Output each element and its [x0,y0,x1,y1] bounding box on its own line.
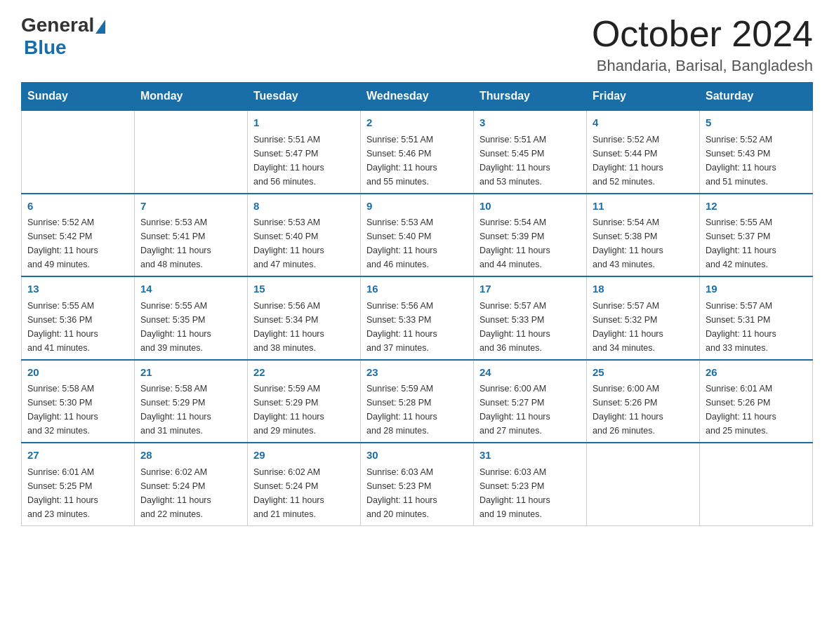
day-number: 19 [706,281,807,297]
title-section: October 2024 Bhandaria, Barisal, Banglad… [592,14,813,75]
calendar-cell: 21Sunrise: 5:58 AM Sunset: 5:29 PM Dayli… [135,360,248,443]
day-info: Sunrise: 5:55 AM Sunset: 5:36 PM Dayligh… [27,299,128,355]
day-number: 22 [253,365,355,381]
calendar-cell: 30Sunrise: 6:03 AM Sunset: 5:23 PM Dayli… [361,443,474,525]
day-number: 12 [706,199,807,215]
calendar-cell: 7Sunrise: 5:53 AM Sunset: 5:41 PM Daylig… [135,194,248,277]
calendar-cell: 17Sunrise: 5:57 AM Sunset: 5:33 PM Dayli… [474,276,587,360]
day-number: 23 [366,365,468,381]
page-header: General Blue October 2024 Bhandaria, Bar… [21,14,813,75]
week-row-5: 27Sunrise: 6:01 AM Sunset: 5:25 PM Dayli… [22,443,813,525]
day-info: Sunrise: 5:54 AM Sunset: 5:39 PM Dayligh… [479,215,581,271]
day-number: 26 [706,365,807,381]
month-title: October 2024 [592,14,813,54]
day-info: Sunrise: 5:56 AM Sunset: 5:34 PM Dayligh… [253,299,355,355]
calendar-cell [587,443,700,525]
calendar-cell: 27Sunrise: 6:01 AM Sunset: 5:25 PM Dayli… [22,443,135,525]
day-number: 4 [593,115,694,131]
day-info: Sunrise: 5:59 AM Sunset: 5:29 PM Dayligh… [253,382,355,438]
day-number: 16 [366,281,468,297]
day-info: Sunrise: 5:55 AM Sunset: 5:35 PM Dayligh… [140,299,241,355]
header-cell-friday: Friday [587,83,700,111]
calendar-cell: 10Sunrise: 5:54 AM Sunset: 5:39 PM Dayli… [474,194,587,277]
day-info: Sunrise: 5:53 AM Sunset: 5:40 PM Dayligh… [366,215,468,271]
day-info: Sunrise: 5:59 AM Sunset: 5:28 PM Dayligh… [366,382,468,438]
day-number: 25 [593,365,694,381]
day-info: Sunrise: 6:02 AM Sunset: 5:24 PM Dayligh… [253,465,355,521]
day-info: Sunrise: 5:51 AM Sunset: 5:45 PM Dayligh… [479,133,581,189]
logo: General Blue [21,14,107,59]
header-cell-monday: Monday [135,83,248,111]
calendar-cell: 1Sunrise: 5:51 AM Sunset: 5:47 PM Daylig… [248,110,361,194]
day-number: 1 [253,115,355,131]
calendar-cell: 23Sunrise: 5:59 AM Sunset: 5:28 PM Dayli… [361,360,474,443]
header-cell-sunday: Sunday [22,83,135,111]
day-info: Sunrise: 5:56 AM Sunset: 5:33 PM Dayligh… [366,299,468,355]
day-number: 20 [27,365,128,381]
day-info: Sunrise: 5:58 AM Sunset: 5:30 PM Dayligh… [27,382,128,438]
header-cell-saturday: Saturday [700,83,813,111]
day-number: 31 [479,448,581,464]
calendar-cell: 9Sunrise: 5:53 AM Sunset: 5:40 PM Daylig… [361,194,474,277]
week-row-1: 1Sunrise: 5:51 AM Sunset: 5:47 PM Daylig… [22,110,813,194]
day-info: Sunrise: 5:57 AM Sunset: 5:32 PM Dayligh… [593,299,694,355]
day-number: 3 [479,115,581,131]
day-number: 7 [140,199,241,215]
day-number: 17 [479,281,581,297]
day-info: Sunrise: 5:51 AM Sunset: 5:46 PM Dayligh… [366,133,468,189]
calendar-cell: 18Sunrise: 5:57 AM Sunset: 5:32 PM Dayli… [587,276,700,360]
day-info: Sunrise: 5:55 AM Sunset: 5:37 PM Dayligh… [706,215,807,271]
day-info: Sunrise: 5:58 AM Sunset: 5:29 PM Dayligh… [140,382,241,438]
day-number: 13 [27,281,128,297]
day-info: Sunrise: 6:00 AM Sunset: 5:26 PM Dayligh… [593,382,694,438]
calendar-cell: 26Sunrise: 6:01 AM Sunset: 5:26 PM Dayli… [700,360,813,443]
day-info: Sunrise: 5:57 AM Sunset: 5:31 PM Dayligh… [706,299,807,355]
day-number: 9 [366,199,468,215]
calendar-cell: 3Sunrise: 5:51 AM Sunset: 5:45 PM Daylig… [474,110,587,194]
calendar-cell [700,443,813,525]
calendar-header: SundayMondayTuesdayWednesdayThursdayFrid… [22,83,813,111]
header-cell-tuesday: Tuesday [248,83,361,111]
day-number: 6 [27,199,128,215]
day-number: 8 [253,199,355,215]
calendar-cell: 31Sunrise: 6:03 AM Sunset: 5:23 PM Dayli… [474,443,587,525]
calendar-body: 1Sunrise: 5:51 AM Sunset: 5:47 PM Daylig… [22,110,813,525]
week-row-3: 13Sunrise: 5:55 AM Sunset: 5:36 PM Dayli… [22,276,813,360]
header-cell-wednesday: Wednesday [361,83,474,111]
day-number: 30 [366,448,468,464]
day-info: Sunrise: 5:52 AM Sunset: 5:43 PM Dayligh… [706,133,807,189]
calendar-cell: 6Sunrise: 5:52 AM Sunset: 5:42 PM Daylig… [22,194,135,277]
calendar-cell: 14Sunrise: 5:55 AM Sunset: 5:35 PM Dayli… [135,276,248,360]
calendar-cell: 22Sunrise: 5:59 AM Sunset: 5:29 PM Dayli… [248,360,361,443]
header-cell-thursday: Thursday [474,83,587,111]
calendar-cell: 20Sunrise: 5:58 AM Sunset: 5:30 PM Dayli… [22,360,135,443]
calendar-cell [135,110,248,194]
calendar-cell: 19Sunrise: 5:57 AM Sunset: 5:31 PM Dayli… [700,276,813,360]
day-info: Sunrise: 6:03 AM Sunset: 5:23 PM Dayligh… [366,465,468,521]
calendar-cell: 28Sunrise: 6:02 AM Sunset: 5:24 PM Dayli… [135,443,248,525]
day-number: 29 [253,448,355,464]
calendar-cell: 12Sunrise: 5:55 AM Sunset: 5:37 PM Dayli… [700,194,813,277]
day-number: 24 [479,365,581,381]
logo-general: General [21,14,94,36]
calendar-cell: 24Sunrise: 6:00 AM Sunset: 5:27 PM Dayli… [474,360,587,443]
calendar-cell: 13Sunrise: 5:55 AM Sunset: 5:36 PM Dayli… [22,276,135,360]
day-info: Sunrise: 5:52 AM Sunset: 5:42 PM Dayligh… [27,215,128,271]
day-number: 11 [593,199,694,215]
calendar-cell: 5Sunrise: 5:52 AM Sunset: 5:43 PM Daylig… [700,110,813,194]
day-number: 27 [27,448,128,464]
calendar-table: SundayMondayTuesdayWednesdayThursdayFrid… [21,82,813,526]
calendar-cell: 16Sunrise: 5:56 AM Sunset: 5:33 PM Dayli… [361,276,474,360]
week-row-2: 6Sunrise: 5:52 AM Sunset: 5:42 PM Daylig… [22,194,813,277]
calendar-cell: 11Sunrise: 5:54 AM Sunset: 5:38 PM Dayli… [587,194,700,277]
calendar-cell: 29Sunrise: 6:02 AM Sunset: 5:24 PM Dayli… [248,443,361,525]
calendar-cell [22,110,135,194]
location-subtitle: Bhandaria, Barisal, Bangladesh [592,57,813,75]
day-info: Sunrise: 5:52 AM Sunset: 5:44 PM Dayligh… [593,133,694,189]
day-number: 5 [706,115,807,131]
day-info: Sunrise: 5:54 AM Sunset: 5:38 PM Dayligh… [593,215,694,271]
day-number: 21 [140,365,241,381]
day-number: 15 [253,281,355,297]
calendar-cell: 2Sunrise: 5:51 AM Sunset: 5:46 PM Daylig… [361,110,474,194]
day-info: Sunrise: 6:01 AM Sunset: 5:25 PM Dayligh… [27,465,128,521]
